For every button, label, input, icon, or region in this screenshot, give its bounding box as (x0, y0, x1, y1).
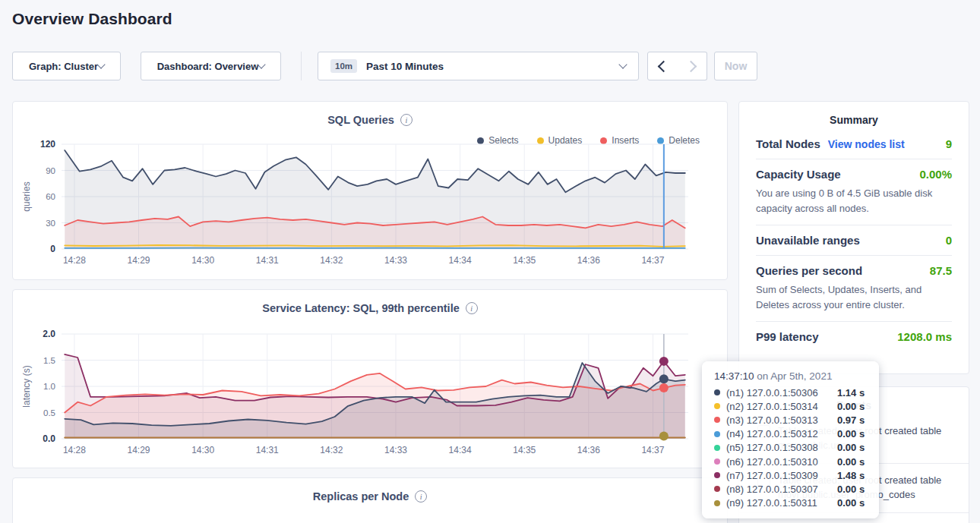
node-dot-icon (714, 445, 720, 451)
total-nodes-value: 9 (946, 137, 952, 150)
node-dot-icon (714, 472, 720, 478)
tooltip-row-n4: (n4) 127.0.0.1:503120.00 s (714, 427, 868, 441)
svg-text:14:32: 14:32 (320, 445, 343, 455)
svg-text:14:31: 14:31 (256, 255, 279, 266)
node-dot-icon (714, 403, 720, 409)
stat-p99-latency: P99 latency 1208.0 ms (756, 322, 952, 351)
stat-capacity-usage: Capacity Usage 0.00% You are using 0 B o… (756, 159, 952, 225)
svg-text:14:30: 14:30 (191, 255, 214, 266)
svg-text:60: 60 (46, 192, 55, 201)
tooltip-row-n2: (n2) 127.0.0.1:503140.00 s (714, 399, 868, 413)
chevron-down-icon (96, 60, 105, 68)
service-latency-title: Service Latency: SQL, 99th percentile (262, 302, 460, 314)
tooltip-row-n1: (n1) 127.0.0.1:503061.14 s (714, 386, 868, 399)
chevron-left-icon (658, 60, 670, 72)
svg-text:14:37: 14:37 (641, 445, 664, 455)
replicas-per-node-card: Replicas per Node i (12, 477, 728, 523)
queries-per-second-value: 87.5 (930, 264, 952, 277)
node-dot-icon (714, 417, 720, 423)
svg-text:14:35: 14:35 (513, 255, 536, 266)
p99-latency-value: 1208.0 ms (897, 330, 952, 343)
capacity-usage-value: 0.00% (919, 168, 952, 181)
tooltip-row-n3: (n3) 127.0.0.1:503130.97 s (714, 413, 868, 427)
tooltip-row-n6: (n6) 127.0.0.1:503100.00 s (714, 455, 868, 468)
stat-unavailable-ranges: Unavailable ranges 0 (756, 225, 952, 256)
sql-queries-card: SQL Queries i Selects Updates Inserts De… (12, 101, 728, 280)
svg-text:0.5: 0.5 (43, 408, 55, 417)
sql-queries-chart[interactable]: 030609012014:2814:2914:3014:3114:3214:33… (13, 140, 727, 270)
node-dot-icon (714, 458, 720, 465)
svg-text:14:37: 14:37 (641, 255, 664, 266)
node-dot-icon (714, 486, 720, 492)
info-icon[interactable]: i (400, 114, 413, 126)
svg-text:14:36: 14:36 (577, 445, 600, 455)
dashboard-dropdown-label: Dashboard: Overview (157, 61, 259, 72)
tooltip-row-n7: (n7) 127.0.0.1:503091.48 s (714, 468, 868, 482)
dashboard-dropdown[interactable]: Dashboard: Overview (141, 52, 281, 80)
svg-text:14:35: 14:35 (513, 445, 536, 455)
controls-divider (301, 52, 302, 80)
now-button[interactable]: Now (714, 52, 757, 80)
svg-text:latency (s): latency (s) (21, 365, 32, 407)
stat-queries-per-second: Queries per second 87.5 Sum of Selects, … (756, 256, 952, 322)
svg-text:1.5: 1.5 (43, 356, 55, 365)
svg-text:14:28: 14:28 (63, 255, 86, 266)
svg-text:14:34: 14:34 (449, 255, 472, 266)
svg-text:queries: queries (21, 181, 32, 211)
service-latency-card: Service Latency: SQL, 99th percentile i … (12, 289, 728, 468)
svg-text:14:31: 14:31 (256, 445, 279, 455)
chevron-right-icon (684, 60, 697, 72)
unavailable-ranges-value: 0 (946, 234, 952, 247)
node-dot-icon (714, 500, 720, 506)
graph-dropdown[interactable]: Graph: Cluster (12, 52, 121, 80)
svg-text:14:30: 14:30 (191, 445, 214, 455)
time-range-label: Past 10 Minutes (366, 61, 444, 72)
info-icon[interactable]: i (466, 302, 478, 314)
tooltip-timestamp: 14:37:10 on Apr 5th, 2021 (714, 370, 868, 382)
chevron-down-icon (258, 60, 266, 68)
stat-total-nodes: Total Nodes View nodes list 9 (756, 129, 952, 159)
svg-text:0.0: 0.0 (43, 433, 55, 444)
time-range-dropdown[interactable]: 10m Past 10 Minutes (318, 52, 639, 80)
summary-panel: Summary Total Nodes View nodes list 9 Ca… (738, 101, 969, 374)
svg-text:14:36: 14:36 (577, 255, 600, 266)
svg-text:120: 120 (40, 140, 55, 150)
page-title: Overview Dashboard (12, 10, 172, 28)
tooltip-row-n9: (n9) 127.0.0.1:503110.00 s (714, 496, 868, 510)
svg-text:0: 0 (50, 244, 55, 254)
svg-text:30: 30 (46, 219, 55, 228)
time-next-button[interactable] (677, 52, 707, 80)
svg-text:1.0: 1.0 (43, 382, 55, 391)
service-latency-chart[interactable]: 0.00.51.01.52.014:2814:2914:3014:3114:32… (13, 329, 727, 460)
now-button-label: Now (725, 60, 748, 72)
svg-text:14:33: 14:33 (384, 255, 407, 266)
chevron-down-icon (618, 60, 627, 68)
sql-queries-title: SQL Queries (327, 114, 394, 126)
graph-dropdown-label: Graph: Cluster (29, 61, 98, 72)
svg-text:14:34: 14:34 (449, 445, 472, 455)
node-dot-icon (714, 431, 720, 437)
view-nodes-list-link[interactable]: View nodes list (828, 138, 905, 150)
svg-text:14:32: 14:32 (320, 255, 343, 266)
svg-text:14:33: 14:33 (384, 445, 407, 455)
summary-title: Summary (739, 114, 969, 126)
svg-text:2.0: 2.0 (43, 329, 55, 339)
replicas-per-node-title: Replicas per Node (313, 490, 409, 503)
tooltip-row-n8: (n8) 127.0.0.1:503070.00 s (714, 482, 868, 496)
time-prev-button[interactable] (647, 52, 678, 80)
node-dot-icon (714, 389, 720, 395)
time-range-badge: 10m (330, 59, 357, 73)
tooltip-row-n5: (n5) 127.0.0.1:503080.00 s (714, 441, 868, 455)
chart-hover-tooltip: 14:37:10 on Apr 5th, 2021 (n1) 127.0.0.1… (702, 361, 879, 518)
info-icon[interactable]: i (415, 490, 427, 503)
svg-text:90: 90 (46, 166, 55, 175)
svg-text:14:29: 14:29 (128, 255, 150, 266)
svg-text:14:29: 14:29 (128, 445, 150, 455)
svg-text:14:28: 14:28 (63, 445, 86, 455)
